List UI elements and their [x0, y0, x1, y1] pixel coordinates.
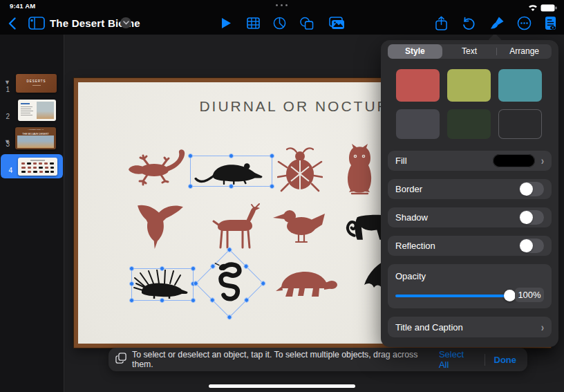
slide-number: 4 [3, 167, 12, 174]
thumb-title: DESERTS [21, 80, 51, 83]
title-caption-row[interactable]: Title and Caption › [388, 317, 552, 337]
animal-beetle[interactable] [277, 146, 323, 198]
selection-handle[interactable] [270, 153, 274, 158]
shapes-icon[interactable] [299, 12, 314, 35]
shadow-toggle[interactable] [519, 210, 544, 225]
style-swatch-teal[interactable] [498, 69, 542, 102]
thumb-title: THE MOJAVE DESERT [21, 132, 50, 135]
table-icon[interactable] [245, 12, 261, 35]
done-button[interactable]: Done [494, 355, 517, 365]
animal-rat[interactable] [194, 158, 267, 187]
selection-handle[interactable] [260, 280, 267, 287]
thumb-photo [17, 136, 54, 148]
format-tabs: Style Text Arrange [388, 44, 552, 59]
selection-handle[interactable] [191, 266, 196, 271]
style-swatch-terracotta[interactable] [396, 69, 440, 102]
opacity-group: Opacity 100% [388, 264, 552, 308]
presenter-notes-icon[interactable] [543, 12, 557, 35]
style-swatch-olive[interactable] [447, 69, 491, 102]
title-chevron-icon[interactable] [120, 17, 131, 28]
action-divider [485, 354, 485, 366]
toolbar: The Desert Biome [0, 12, 564, 35]
chart-icon[interactable] [272, 12, 286, 35]
animal-snake[interactable] [208, 261, 251, 308]
selection-hint-bar: To select or deselect an object, tap it.… [109, 348, 527, 371]
fill-row[interactable]: Fill › [388, 151, 552, 171]
title-caption-label: Title and Caption [395, 322, 463, 333]
opacity-label: Opacity [395, 271, 544, 281]
animal-eagle[interactable] [136, 201, 185, 254]
opacity-slider-knob[interactable] [504, 290, 516, 301]
play-icon[interactable] [220, 12, 232, 35]
reflection-toggle[interactable] [519, 239, 544, 253]
tab-text[interactable]: Text [442, 44, 497, 59]
chevron-right-icon: › [541, 154, 544, 167]
multitask-dots-icon [276, 4, 288, 6]
selection-handle[interactable] [188, 153, 193, 158]
animal-turtle[interactable] [273, 265, 338, 302]
slide-thumbnail-3[interactable]: A CLOSER LOOK AT THE MOJAVE DESERT [15, 127, 56, 149]
chevron-right-icon: › [541, 321, 544, 334]
style-swatch-outline[interactable] [498, 109, 542, 139]
thumb-photo [37, 102, 54, 119]
slide-navigator-icon[interactable] [28, 12, 46, 35]
animal-owl[interactable] [342, 142, 377, 199]
thumb-subtitle: A CLOSER LOOK AT [24, 129, 48, 131]
slide-number: 3 [0, 140, 10, 148]
shadow-label: Shadow [395, 212, 428, 223]
opacity-value: 100% [515, 288, 544, 302]
clock-time: 9:41 AM [10, 2, 35, 10]
selection-handle[interactable] [270, 184, 274, 189]
home-indicator[interactable] [209, 384, 355, 388]
tab-arrange[interactable]: Arrange [497, 44, 552, 59]
selection-handle[interactable] [229, 153, 234, 158]
keynote-app-window: 9:41 AM The Desert Biome [0, 0, 564, 392]
status-bar: 9:41 AM [0, 0, 564, 12]
animal-deer[interactable] [209, 203, 262, 253]
battery-icon [540, 2, 557, 15]
hint-message: To select or deselect an object, tap it.… [132, 350, 439, 369]
media-icon[interactable] [328, 12, 345, 35]
undo-icon[interactable] [462, 12, 476, 35]
style-swatch-charcoal[interactable] [396, 109, 440, 139]
animal-crow[interactable] [271, 207, 326, 248]
back-icon[interactable] [6, 12, 18, 35]
selection-handle[interactable] [226, 314, 233, 321]
border-label: Border [395, 184, 422, 194]
animal-porcupine[interactable] [133, 270, 190, 301]
reflection-row: Reflection [388, 236, 552, 256]
format-brush-icon[interactable] [489, 12, 505, 35]
style-swatch-dark-green[interactable] [447, 109, 491, 139]
tab-style[interactable]: Style [388, 44, 442, 59]
select-objects-icon [115, 353, 126, 366]
slide-thumbnail-2[interactable] [18, 100, 56, 121]
fill-label: Fill [395, 156, 407, 166]
slide-number: 1 [0, 86, 10, 93]
border-toggle[interactable] [519, 182, 544, 196]
slide-thumbnail-1[interactable]: DESERTS [16, 74, 57, 93]
disclosure-triangle-icon[interactable]: ▼ [4, 79, 10, 86]
shadow-row: Shadow [388, 207, 552, 227]
format-panel: Style Text Arrange Fill › Border Shadow … [381, 40, 558, 347]
opacity-slider[interactable] [395, 295, 510, 297]
slide-number: 2 [0, 113, 10, 120]
animal-lizard[interactable] [126, 147, 190, 190]
more-icon[interactable] [516, 12, 532, 35]
fill-color-well[interactable] [493, 154, 535, 167]
selection-handle[interactable] [191, 298, 196, 303]
slide-thumbnail-4[interactable] [18, 158, 57, 176]
reflection-label: Reflection [395, 241, 435, 251]
slide-navigator-sidebar: ▼ DESERTS 1 2 ▼ A CLOSER LOOK AT THE MOJ… [0, 35, 64, 392]
select-all-button[interactable]: Select All [439, 349, 476, 370]
border-row: Border [388, 179, 552, 199]
wifi-icon [528, 2, 538, 15]
share-icon[interactable] [434, 12, 448, 35]
selection-handle[interactable] [188, 184, 193, 189]
